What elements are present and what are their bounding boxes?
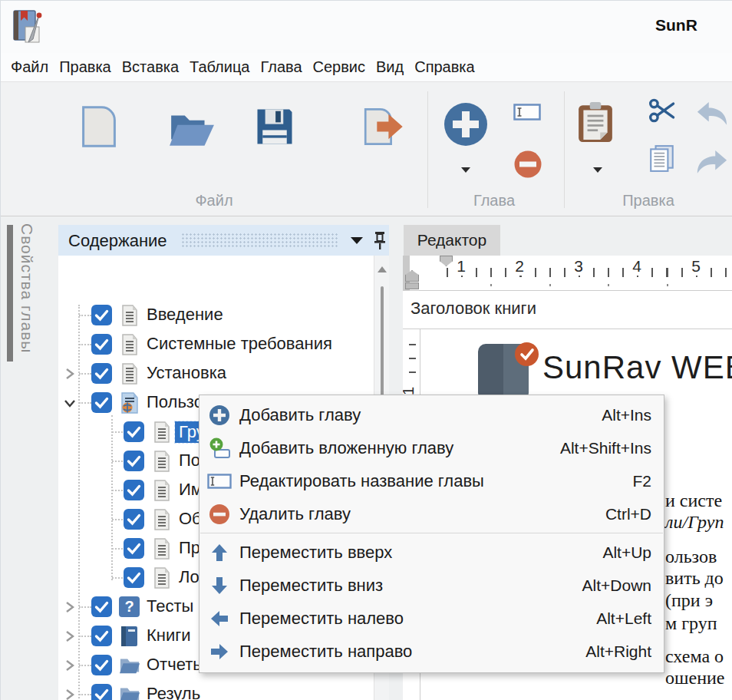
first-line-indent-marker[interactable] bbox=[440, 256, 453, 266]
checkbox-checked[interactable] bbox=[91, 655, 112, 675]
panel-pin-icon[interactable] bbox=[373, 231, 387, 250]
checkbox-checked[interactable] bbox=[91, 363, 112, 384]
menu-item-move-down[interactable]: Переместить вниз Alt+Down bbox=[199, 569, 664, 602]
tree-row[interactable]: Резуль bbox=[58, 680, 374, 700]
menu-item-move-left[interactable]: Переместить налево Alt+Left bbox=[199, 602, 664, 635]
book-icon bbox=[119, 625, 140, 648]
contents-panel-title: Содержание bbox=[68, 231, 167, 251]
tree-item-label[interactable]: Введение bbox=[147, 305, 223, 325]
checkbox-checked[interactable] bbox=[124, 538, 144, 559]
checkbox-checked[interactable] bbox=[91, 596, 112, 617]
chevron-down-icon[interactable] bbox=[64, 397, 76, 409]
open-folder-icon[interactable] bbox=[168, 109, 216, 147]
checkbox-checked[interactable] bbox=[124, 480, 144, 500]
menu-item-move-right[interactable]: Переместить направо Alt+Right bbox=[199, 635, 664, 668]
document-icon bbox=[151, 537, 173, 560]
chapter-properties-grip[interactable] bbox=[7, 225, 13, 362]
menu-item-shortcut: Alt+Down bbox=[582, 576, 651, 595]
application-window: SunR Файл Правка Вставка Таблица Глава С… bbox=[0, 0, 732, 700]
checkbox-checked[interactable] bbox=[91, 392, 112, 413]
tree-item-label[interactable]: По bbox=[179, 451, 200, 471]
panel-menu-dropdown-icon[interactable] bbox=[351, 237, 363, 244]
document-icon bbox=[119, 362, 140, 385]
menu-item-delete-chapter[interactable]: Удалить главу Ctrl+D bbox=[199, 497, 664, 530]
menu-item-move-up[interactable]: Переместить вверх Alt+Up bbox=[199, 536, 664, 569]
menu-item-add-subchapter[interactable]: Добавить вложенную главу Alt+Shift+Ins bbox=[199, 431, 664, 464]
tree-item-label[interactable]: Резуль bbox=[147, 684, 200, 700]
checkbox-checked[interactable] bbox=[91, 684, 112, 700]
tree-item-label[interactable]: Отчеты bbox=[147, 655, 205, 675]
tree-row[interactable]: Установка bbox=[58, 359, 374, 388]
document-text-fragment: м груп bbox=[665, 613, 717, 634]
menu-item-add-chapter[interactable]: Добавить главу Alt+Ins bbox=[199, 398, 664, 431]
tree-row[interactable]: Введение bbox=[58, 301, 374, 330]
scissors-icon[interactable] bbox=[648, 96, 677, 125]
paste-button-icon[interactable] bbox=[576, 100, 615, 144]
redo-arrow-icon[interactable] bbox=[695, 150, 729, 176]
menu-help[interactable]: Справка bbox=[409, 55, 480, 79]
document-text-fragment: ли/Груп bbox=[665, 512, 724, 533]
vertical-ruler-tick bbox=[409, 358, 416, 359]
menu-view[interactable]: Вид bbox=[371, 55, 409, 79]
menu-bar: Файл Правка Вставка Таблица Глава Сервис… bbox=[1, 53, 732, 81]
save-floppy-icon[interactable] bbox=[254, 106, 295, 147]
add-chapter-dropdown-icon[interactable] bbox=[461, 167, 470, 173]
tree-row[interactable]: Системные требования bbox=[58, 330, 374, 359]
export-document-icon[interactable] bbox=[363, 104, 406, 149]
tree-item-label[interactable]: Книги bbox=[147, 626, 191, 646]
ruler-half-dot bbox=[490, 284, 492, 286]
scrollbar-up-icon[interactable] bbox=[378, 266, 387, 272]
ruler-half-dot bbox=[608, 284, 609, 286]
delete-chapter-button-icon[interactable] bbox=[513, 150, 542, 179]
copy-icon[interactable] bbox=[648, 144, 677, 173]
chevron-right-icon[interactable] bbox=[64, 659, 76, 672]
menu-table[interactable]: Таблица bbox=[184, 55, 255, 79]
panel-drag-texture[interactable] bbox=[181, 233, 338, 248]
tree-item-label[interactable]: Тесты bbox=[147, 596, 193, 616]
chevron-right-icon[interactable] bbox=[64, 688, 76, 700]
tree-item-label[interactable]: Ло bbox=[179, 567, 199, 587]
horizontal-ruler[interactable]: 1 2 3 4 5 bbox=[403, 256, 732, 291]
delete-chapter-icon bbox=[207, 503, 232, 526]
tree-item-label[interactable]: Системные требования bbox=[147, 334, 332, 354]
tab-editor[interactable]: Редактор bbox=[404, 225, 500, 256]
checkbox-checked[interactable] bbox=[91, 305, 112, 325]
vertical-ruler-tick bbox=[409, 371, 416, 373]
checkbox-checked[interactable] bbox=[91, 334, 112, 355]
menu-item-rename-chapter[interactable]: Редактировать название главы F2 bbox=[199, 464, 664, 497]
ruler-half-dot bbox=[667, 284, 668, 286]
menu-insert[interactable]: Вставка bbox=[117, 55, 184, 79]
checkbox-checked[interactable] bbox=[124, 421, 144, 442]
new-document-icon[interactable] bbox=[81, 104, 117, 150]
checkbox-checked[interactable] bbox=[124, 509, 144, 530]
undo-arrow-icon[interactable] bbox=[695, 101, 729, 127]
menu-tools[interactable]: Сервис bbox=[308, 55, 371, 79]
rename-chapter-button-icon[interactable] bbox=[513, 104, 541, 121]
checkbox-checked[interactable] bbox=[91, 626, 112, 646]
add-chapter-button-icon[interactable] bbox=[443, 101, 489, 147]
chevron-right-icon[interactable] bbox=[64, 368, 76, 380]
menu-item-shortcut: Ctrl+D bbox=[605, 505, 651, 523]
window-title: SunR bbox=[655, 16, 732, 35]
checkbox-checked[interactable] bbox=[124, 451, 144, 471]
chapter-properties-tab[interactable]: Свойства главы bbox=[18, 223, 36, 353]
document-title-text: SunRav WEB bbox=[542, 349, 732, 386]
chevron-right-icon[interactable] bbox=[64, 630, 76, 642]
tree-item-label[interactable]: Установка bbox=[147, 363, 226, 383]
chevron-right-icon[interactable] bbox=[64, 601, 76, 613]
menu-chapter[interactable]: Глава bbox=[256, 55, 308, 79]
ruler-number: 3 bbox=[569, 257, 588, 276]
menu-file[interactable]: Файл bbox=[5, 55, 54, 79]
left-indent-base-marker[interactable] bbox=[405, 282, 419, 289]
document-icon bbox=[151, 566, 173, 589]
menu-edit[interactable]: Правка bbox=[54, 55, 117, 79]
title-bar: SunR bbox=[1, 1, 732, 53]
checkbox-checked[interactable] bbox=[124, 567, 144, 588]
document-icon bbox=[151, 421, 173, 444]
tree-item-label[interactable]: Пр bbox=[179, 538, 200, 558]
menu-separator bbox=[200, 533, 663, 533]
menu-item-shortcut: Alt+Left bbox=[596, 609, 651, 628]
paste-dropdown-icon[interactable] bbox=[593, 167, 602, 173]
folder-icon bbox=[119, 683, 140, 700]
heading-separator bbox=[403, 329, 732, 329]
